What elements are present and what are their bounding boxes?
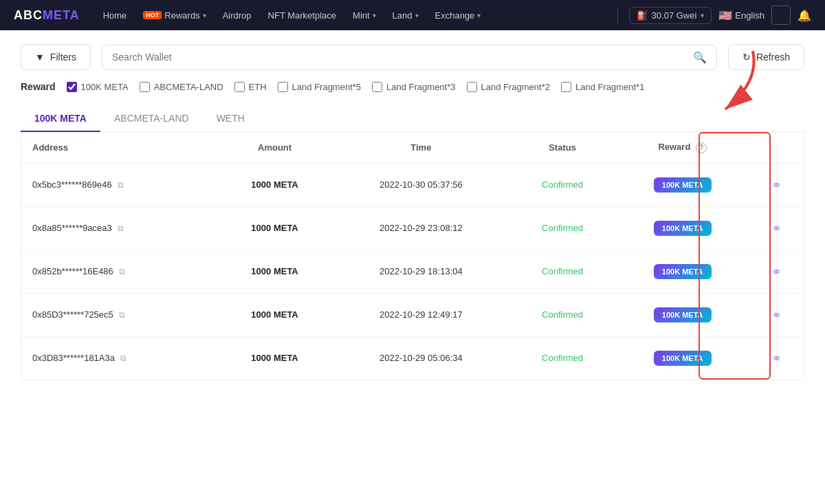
nav-home[interactable]: Home bbox=[96, 6, 134, 25]
nav-right: ⛽ 30.07 Gwei ▾ 🇺🇸 English 🔔 bbox=[613, 6, 811, 25]
reward-cell: 100K META bbox=[615, 293, 749, 336]
search-button[interactable]: 🔍 bbox=[693, 51, 707, 64]
amount-cell: 1000 META bbox=[217, 336, 333, 380]
address-cell: 0x5bc3******869e46 ⧉ bbox=[32, 179, 206, 190]
address-cell: 0x3D83******181A3a ⧉ bbox=[32, 353, 206, 363]
table-row: 0x5bc3******869e46 ⧉ 1000 META 2022-10-3… bbox=[21, 163, 804, 206]
chevron-down-icon: ▾ bbox=[373, 12, 376, 19]
divider bbox=[617, 8, 618, 23]
col-reward: Reward ? bbox=[615, 132, 749, 163]
action-cell: ⚭ bbox=[749, 293, 804, 336]
wallet-button[interactable] bbox=[771, 6, 791, 25]
chevron-down-icon: ▾ bbox=[477, 12, 481, 19]
reward-badge: 100K META bbox=[654, 264, 712, 279]
filter-abcmeta-land[interactable]: ABCMETA-LAND bbox=[140, 82, 223, 92]
time-cell: 2022-10-29 12:49:17 bbox=[333, 293, 509, 336]
copy-icon[interactable]: ⧉ bbox=[118, 180, 124, 190]
chevron-down-icon: ▾ bbox=[415, 12, 419, 19]
refresh-button[interactable]: ↻ Refresh bbox=[728, 44, 804, 70]
chevron-down-icon: ▾ bbox=[203, 12, 206, 19]
status-cell: Confirmed bbox=[509, 250, 616, 293]
navbar: ABCMETA Home HOT Rewards ▾ Airdrop NFT M… bbox=[0, 0, 825, 30]
copy-icon[interactable]: ⧉ bbox=[119, 310, 125, 320]
notification-bell-icon[interactable]: 🔔 bbox=[798, 9, 811, 22]
col-amount: Amount bbox=[217, 132, 333, 163]
address-value: 0x5bc3******869e46 bbox=[32, 179, 112, 190]
table-row: 0x85D3******725ec5 ⧉ 1000 META 2022-10-2… bbox=[21, 293, 804, 336]
time-cell: 2022-10-30 05:37:56 bbox=[333, 163, 509, 206]
flag-icon: 🇺🇸 bbox=[718, 9, 732, 22]
reward-cell: 100K META bbox=[615, 250, 749, 293]
copy-icon[interactable]: ⧉ bbox=[120, 353, 126, 363]
filter-land-fragment-2[interactable]: Land Fragment*2 bbox=[467, 82, 550, 92]
language-selector[interactable]: 🇺🇸 English bbox=[718, 9, 764, 22]
copy-icon[interactable]: ⧉ bbox=[119, 267, 125, 276]
status-cell: Confirmed bbox=[509, 336, 616, 380]
filter-land-fragment-3[interactable]: Land Fragment*3 bbox=[372, 82, 455, 92]
tabs: 100K META ABCMETA-LAND WETH bbox=[21, 106, 804, 132]
reward-badge: 100K META bbox=[654, 221, 712, 236]
gas-icon: ⛽ bbox=[637, 10, 648, 21]
nav-rewards[interactable]: HOT Rewards ▾ bbox=[136, 6, 212, 25]
reward-filters: Reward 100K META ABCMETA-LAND ETH Land F… bbox=[21, 81, 804, 92]
reward-tooltip-icon[interactable]: ? bbox=[696, 142, 707, 153]
reward-filter-label: Reward bbox=[21, 81, 56, 92]
amount-cell: 1000 META bbox=[217, 293, 333, 336]
data-table-container: Address Amount Time Status Reward ? 0x5 bbox=[21, 132, 804, 380]
nav-land[interactable]: Land ▾ bbox=[386, 6, 426, 25]
address-cell: 0x852b******16E486 ⧉ bbox=[32, 266, 206, 276]
col-action bbox=[749, 132, 804, 163]
logo-text: ABCMETA bbox=[14, 8, 80, 23]
refresh-label: Refresh bbox=[756, 52, 790, 63]
main-content: ▼ Filters 🔍 ↻ Refresh Reward 100K META A… bbox=[0, 30, 825, 394]
filter-button[interactable]: ▼ Filters bbox=[21, 44, 91, 70]
address-value: 0x85D3******725ec5 bbox=[32, 309, 113, 320]
amount-cell: 1000 META bbox=[217, 163, 333, 206]
table-row: 0x8a85******9acea3 ⧉ 1000 META 2022-10-2… bbox=[21, 206, 804, 250]
data-table: Address Amount Time Status Reward ? 0x5 bbox=[21, 132, 804, 380]
reward-cell: 100K META bbox=[615, 336, 749, 380]
chevron-down-icon: ▾ bbox=[701, 12, 704, 19]
address-value: 0x8a85******9acea3 bbox=[32, 223, 112, 233]
filter-land-fragment-1[interactable]: Land Fragment*1 bbox=[561, 82, 644, 92]
reward-badge: 100K META bbox=[654, 351, 712, 366]
time-cell: 2022-10-29 18:13:04 bbox=[333, 250, 509, 293]
external-link-icon[interactable]: ⚭ bbox=[771, 308, 782, 322]
nav-airdrop[interactable]: Airdrop bbox=[216, 6, 258, 25]
table-section: 100K META ABCMETA-LAND WETH Address Amou… bbox=[21, 106, 804, 380]
reward-cell: 100K META bbox=[615, 163, 749, 206]
col-address: Address bbox=[21, 132, 217, 163]
filter-land-fragment-5[interactable]: Land Fragment*5 bbox=[278, 82, 361, 92]
table-header-row: Address Amount Time Status Reward ? bbox=[21, 132, 804, 163]
tab-100k-meta[interactable]: 100K META bbox=[21, 106, 100, 132]
action-cell: ⚭ bbox=[749, 336, 804, 380]
address-cell: 0x85D3******725ec5 ⧉ bbox=[32, 309, 206, 320]
external-link-icon[interactable]: ⚭ bbox=[771, 178, 782, 192]
external-link-icon[interactable]: ⚭ bbox=[771, 221, 782, 235]
language-label: English bbox=[735, 10, 764, 21]
reward-badge: 100K META bbox=[654, 177, 712, 193]
external-link-icon[interactable]: ⚭ bbox=[771, 265, 782, 278]
table-row: 0x852b******16E486 ⧉ 1000 META 2022-10-2… bbox=[21, 250, 804, 293]
search-input[interactable] bbox=[112, 52, 686, 63]
nav-exchange[interactable]: Exchange ▾ bbox=[428, 6, 488, 25]
tab-weth[interactable]: WETH bbox=[203, 106, 258, 132]
nav-mint[interactable]: Mint ▾ bbox=[346, 6, 383, 25]
action-cell: ⚭ bbox=[749, 206, 804, 250]
tab-abcmeta-land[interactable]: ABCMETA-LAND bbox=[100, 106, 203, 132]
filter-label: Filters bbox=[50, 52, 76, 63]
time-cell: 2022-10-29 05:06:34 bbox=[333, 336, 509, 380]
reward-badge: 100K META bbox=[654, 307, 712, 322]
external-link-icon[interactable]: ⚭ bbox=[771, 351, 782, 365]
logo[interactable]: ABCMETA bbox=[14, 8, 80, 23]
col-status: Status bbox=[509, 132, 616, 163]
amount-cell: 1000 META bbox=[217, 206, 333, 250]
filter-eth[interactable]: ETH bbox=[234, 82, 267, 92]
nav-nft-marketplace[interactable]: NFT Marketplace bbox=[261, 6, 343, 25]
filter-100k-meta[interactable]: 100K META bbox=[67, 82, 129, 92]
gas-price[interactable]: ⛽ 30.07 Gwei ▾ bbox=[629, 7, 712, 24]
action-cell: ⚭ bbox=[749, 250, 804, 293]
copy-icon[interactable]: ⧉ bbox=[118, 223, 124, 233]
top-controls: ▼ Filters 🔍 ↻ Refresh bbox=[21, 44, 804, 70]
hot-badge: HOT bbox=[143, 11, 162, 19]
